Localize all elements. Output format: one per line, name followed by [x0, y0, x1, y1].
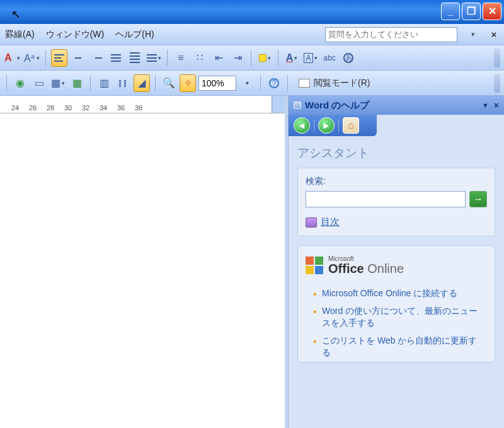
menu-bar: 罫線(A) ウィンドウ(W) ヘルプ(H) ▾ × — [0, 24, 504, 45]
line-spacing-icon — [147, 54, 157, 62]
chart-button[interactable]: ⫿⫿ — [115, 74, 131, 92]
document-map-icon: 🔍 — [163, 77, 175, 89]
font-color-icon: A — [4, 52, 16, 64]
numbered-list-button[interactable]: ≡ — [173, 49, 189, 67]
ime-button[interactable]: あ — [340, 49, 357, 67]
align-center-icon — [73, 54, 83, 62]
strikethrough-button[interactable]: abc — [321, 49, 338, 67]
arrow-right-icon: ► — [322, 120, 331, 130]
columns-icon: ▥ — [100, 77, 109, 89]
help-pane-titlebar: Word のヘルプ ▼ × — [289, 96, 504, 115]
thumbnails-button[interactable]: ✧ — [180, 74, 196, 92]
search-box-group: 検索: → 目次 ↖ — [297, 168, 495, 236]
web-tools-button[interactable]: ◉ — [12, 74, 28, 92]
highlight-button[interactable]: ▾ — [256, 49, 273, 67]
help-search-input[interactable] — [306, 191, 466, 207]
decrease-indent-button[interactable]: ⇤ — [210, 49, 227, 67]
document-area: 24 26 28 30 32 34 36 38 — [0, 96, 288, 428]
increase-indent-button[interactable]: ⇥ — [229, 49, 246, 67]
document-map-button[interactable]: 🔍 — [161, 74, 177, 92]
search-go-button[interactable]: → — [469, 191, 487, 207]
align-center-button[interactable] — [70, 49, 86, 67]
drawing-button[interactable]: ▭ — [31, 74, 47, 92]
show-marks-button[interactable]: ◢ — [134, 74, 150, 92]
zoom-input[interactable] — [198, 76, 236, 91]
align-left-icon — [54, 54, 64, 62]
maximize-button[interactable]: ❐ — [462, 3, 481, 20]
menu-help[interactable]: ヘルプ(H) — [115, 29, 154, 40]
distribute-button[interactable] — [127, 49, 143, 67]
office-link[interactable]: このリストを Web から自動的に更新する — [313, 332, 484, 362]
minimize-icon: _ — [448, 6, 454, 16]
minimize-button[interactable]: _ — [441, 3, 460, 20]
office-link[interactable]: Microsoft Office Online に接続する — [313, 285, 484, 303]
align-right-button[interactable] — [89, 49, 105, 67]
ruler-tick: 26 — [24, 104, 42, 112]
ask-dropdown-icon[interactable]: ▾ — [469, 30, 478, 38]
excel-icon: ▦ — [72, 77, 82, 89]
book-icon — [299, 79, 310, 88]
menu-window[interactable]: ウィンドウ(W) — [46, 29, 105, 40]
insert-table-button[interactable]: ▦▾ — [50, 74, 66, 92]
formatting-toolbar: A▾ Aᵃ▾ ▾ ≡ ∷ ⇤ ⇥ ▾ A▾ A▾ abc あ — [0, 45, 504, 71]
document-page[interactable] — [0, 113, 285, 428]
office-online-label: Online — [367, 262, 404, 275]
help-button[interactable]: ? — [266, 74, 282, 92]
numbered-list-icon: ≡ — [178, 52, 183, 64]
office-link[interactable]: Word の使い方について、最新のニュースを入手する — [313, 303, 484, 332]
bulleted-list-button[interactable]: ∷ — [192, 49, 208, 67]
ruler-tick: 30 — [59, 104, 77, 112]
horizontal-ruler[interactable]: 24 26 28 30 32 34 36 38 — [0, 96, 285, 113]
ruler-tick: 34 — [94, 104, 112, 112]
pane-grip-icon[interactable] — [294, 101, 301, 109]
char-border-button[interactable]: A▾ — [302, 49, 319, 67]
toolbar-grip-icon[interactable] — [494, 74, 500, 93]
office-online-logo: Microsoft Office Online — [302, 250, 491, 282]
office-online-group: Microsoft Office Online Microsoft Office… — [297, 245, 495, 362]
pane-menu-icon[interactable]: ▼ — [482, 101, 489, 109]
nav-home-button[interactable]: ⌂ — [343, 117, 359, 134]
ask-question-input[interactable] — [325, 27, 457, 42]
excel-button[interactable]: ▦ — [69, 74, 85, 92]
toc-link[interactable]: 目次 — [321, 216, 340, 228]
assistant-heading: アシスタント — [297, 145, 495, 161]
columns-button[interactable]: ▥ — [96, 74, 112, 92]
home-icon: ⌂ — [348, 120, 354, 131]
align-justify-button[interactable] — [108, 49, 124, 67]
ruler-tick: 38 — [130, 104, 147, 112]
line-spacing-button[interactable]: ▾ — [146, 49, 162, 67]
bulleted-list-icon: ∷ — [197, 52, 203, 64]
ruler-tick: 32 — [77, 104, 94, 112]
office-online-links: Microsoft Office Online に接続する Word の使い方に… — [302, 282, 491, 362]
zoom-dropdown-icon[interactable]: ▾ — [239, 74, 255, 92]
menubar-close-icon[interactable]: × — [489, 29, 499, 40]
decrease-indent-icon: ⇤ — [215, 52, 223, 64]
maximize-icon: ❐ — [467, 6, 476, 16]
paragraph-mark-icon: ◢ — [138, 77, 146, 89]
ime-icon: あ — [343, 53, 353, 63]
ruler-tick: 24 — [6, 104, 24, 112]
font-color-button[interactable]: A▾ — [4, 49, 21, 67]
pane-close-icon[interactable]: × — [494, 100, 499, 110]
char-scale-button[interactable]: Aᵃ▾ — [23, 49, 40, 67]
font-color2-button[interactable]: A▾ — [284, 49, 300, 67]
increase-indent-icon: ⇥ — [234, 52, 242, 64]
nav-forward-button[interactable]: ► — [318, 117, 335, 134]
toc-row: 目次 ↖ — [306, 216, 487, 228]
menu-table[interactable]: 罫線(A) — [5, 29, 35, 40]
toolbar-grip-icon[interactable] — [494, 49, 500, 67]
align-left-button[interactable] — [51, 49, 67, 67]
close-icon: ✕ — [488, 6, 496, 16]
search-label: 検索: — [306, 176, 487, 187]
office-brand-label: Office — [328, 262, 364, 275]
standard-toolbar: ◉ ▭ ▦▾ ▦ ▥ ⫿⫿ ◢ 🔍 ✧ ▾ ? 閲覧モード(R) — [0, 71, 504, 96]
help-task-pane: Word のヘルプ ▼ × ◄ ► ⌂ アシスタント 検索: → — [288, 96, 504, 428]
nav-back-button[interactable]: ◄ — [294, 117, 310, 134]
help-pane-title: Word のヘルプ — [305, 100, 482, 112]
align-justify-icon — [111, 54, 121, 62]
reading-mode-button[interactable]: 閲覧モード(R) — [293, 74, 375, 92]
globe-icon: ◉ — [16, 77, 25, 89]
help-icon: ? — [269, 78, 279, 88]
close-button[interactable]: ✕ — [483, 3, 501, 20]
highlight-icon — [259, 54, 266, 62]
